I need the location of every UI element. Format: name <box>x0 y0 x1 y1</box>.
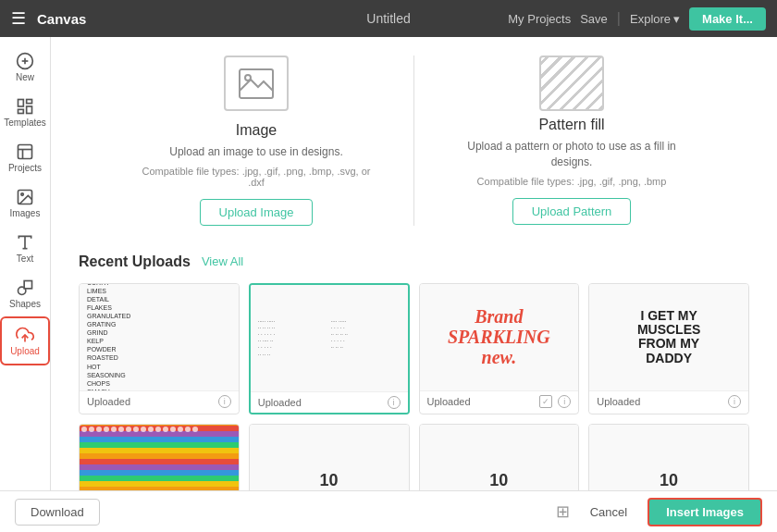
upload-icons-3: ✓ i <box>539 395 571 408</box>
upload-label-1: Uploaded <box>87 396 130 407</box>
svg-rect-17 <box>240 69 273 98</box>
upload-image-button[interactable]: Upload Image <box>200 199 314 226</box>
upload-item-8[interactable]: 10 Uploaded i <box>588 424 749 490</box>
upload-thumb-6-img: 10 <box>250 425 409 490</box>
image-icon <box>238 68 275 100</box>
image-card-title: Image <box>236 122 277 139</box>
brand-text-content: Brand SPARKLING new. <box>448 306 550 367</box>
bottom-bar: Download ⊞ Cancel Insert Images <box>0 490 777 532</box>
upload-divider <box>413 56 414 226</box>
upload-thumb-8-img: 10 <box>589 425 748 490</box>
upload-options-section: Image Upload an image to use in designs.… <box>79 56 749 226</box>
pattern-card-title: Pattern fill <box>538 117 604 133</box>
shapes-icon <box>16 278 34 297</box>
triangle-blue-content: 10 <box>313 425 346 490</box>
check-icon-3[interactable]: ✓ <box>539 395 552 408</box>
sidebar-images-label: Images <box>10 208 41 218</box>
upload-icon <box>16 326 34 344</box>
upload-footer-1: Uploaded i <box>80 390 239 412</box>
info-icon-3[interactable]: i <box>558 395 571 408</box>
svg-rect-7 <box>18 145 32 159</box>
sidebar-new-label: New <box>16 72 34 82</box>
svg-rect-6 <box>18 109 24 113</box>
image-card-icon <box>224 56 289 111</box>
info-icon-2[interactable]: i <box>388 396 401 409</box>
chevron-down-icon: ▾ <box>673 12 680 26</box>
upload-label-4: Uploaded <box>597 396 640 407</box>
sidebar-item-projects[interactable]: Projects <box>0 135 50 180</box>
templates-icon <box>16 97 34 116</box>
upload-footer-2: Uploaded i <box>251 391 408 413</box>
pattern-card-icon <box>539 56 604 111</box>
upload-pattern-button[interactable]: Upload Pattern <box>512 198 632 225</box>
upload-footer-3: Uploaded ✓ i <box>420 390 579 412</box>
filter-icon[interactable]: ⊞ <box>556 501 570 522</box>
info-icon-1[interactable]: i <box>218 395 231 408</box>
images-icon <box>16 188 34 206</box>
upload-icons-4: i <box>728 395 741 408</box>
insert-images-button[interactable]: Insert Images <box>648 498 762 526</box>
upload-icons-1: i <box>218 395 231 408</box>
upload-label-3: Uploaded <box>427 396 471 407</box>
download-button[interactable]: Download <box>15 499 100 526</box>
upload-thumb-4-img: I GET MYMUSCLESFROM MYDADDY <box>589 284 748 390</box>
dots-overlay <box>80 425 239 490</box>
svg-point-11 <box>21 193 23 196</box>
text-icon <box>16 233 34 252</box>
save-button[interactable]: Save <box>580 12 608 26</box>
svg-rect-5 <box>27 106 32 114</box>
text-pattern-content: ····· ······· ·· ·· ··· · · · · ··· ····… <box>251 311 408 365</box>
info-icon-4[interactable]: i <box>728 395 741 408</box>
sidebar-item-templates[interactable]: Templates <box>0 90 50 135</box>
header-right: My Projects Save | Explore ▾ Make It... <box>508 7 766 31</box>
recent-uploads-title: Recent Uploads <box>79 254 191 270</box>
triangle-yellow-content: 10 <box>652 425 685 490</box>
sidebar-item-upload[interactable]: Upload <box>0 316 50 365</box>
sidebar-item-shapes[interactable]: Shapes <box>0 271 50 316</box>
sidebar-item-new[interactable]: New <box>0 44 50 90</box>
triangle-pink-content: 10 <box>482 425 515 490</box>
make-it-button[interactable]: Make It... <box>689 7 766 31</box>
image-card-desc: Upload an image to use in designs. <box>169 144 342 160</box>
app-logo: Canvas <box>37 11 86 27</box>
sidebar-upload-label: Upload <box>10 346 40 356</box>
upload-item-7[interactable]: 10 Uploaded i <box>419 424 580 490</box>
upload-item-3[interactable]: Brand SPARKLING new. Uploaded ✓ i <box>419 283 580 414</box>
pattern-card-types: Compatible file types: .jpg, .gif, .png,… <box>477 176 667 187</box>
header-separator: | <box>617 10 621 27</box>
upload-item-4[interactable]: I GET MYMUSCLESFROM MYDADDY Uploaded i <box>588 283 749 414</box>
upload-item-5[interactable]: Uploaded i <box>79 424 240 490</box>
explore-button[interactable]: Explore ▾ <box>630 12 680 26</box>
main-layout: New Templates Projects Images Text Shape… <box>0 37 777 490</box>
menu-icon[interactable]: ☰ <box>11 8 26 29</box>
view-all-link[interactable]: View All <box>202 254 243 268</box>
my-projects-link[interactable]: My Projects <box>508 12 571 26</box>
upload-item-2[interactable]: ····· ······· ·· ·· ··· · · · · ··· ····… <box>249 283 410 414</box>
upload-item-6[interactable]: 10 Uploaded i <box>249 424 410 490</box>
upload-thumb-3-img: Brand SPARKLING new. <box>420 284 579 390</box>
header: ☰ Canvas Untitled My Projects Save | Exp… <box>0 0 777 37</box>
cancel-button[interactable]: Cancel <box>579 500 638 525</box>
sidebar: New Templates Projects Images Text Shape… <box>0 37 51 490</box>
upload-thumb-7-img: 10 <box>420 425 579 490</box>
document-title: Untitled <box>366 11 410 26</box>
upload-item-1[interactable]: BLENDCREAMYCURRYLIMESDETAILFLAKESGRANULA… <box>79 283 240 414</box>
upload-label-2: Uploaded <box>258 397 302 408</box>
bottom-right-actions: ⊞ Cancel Insert Images <box>556 498 762 526</box>
recent-uploads-header: Recent Uploads View All <box>79 254 749 270</box>
sidebar-item-text[interactable]: Text <box>0 226 50 271</box>
sidebar-projects-label: Projects <box>8 163 42 173</box>
sidebar-item-images[interactable]: Images <box>0 180 50 226</box>
upload-thumb-5-img <box>80 425 239 490</box>
pattern-upload-card: Pattern fill Upload a pattern or photo t… <box>451 56 692 225</box>
projects-icon <box>16 142 34 161</box>
svg-rect-3 <box>18 100 24 107</box>
sidebar-text-label: Text <box>17 254 33 264</box>
sidebar-templates-label: Templates <box>4 118 46 128</box>
sidebar-shapes-label: Shapes <box>9 299 41 309</box>
upload-icons-2: i <box>388 396 401 409</box>
text-list-content: BLENDCREAMYCURRYLIMESDETAILFLAKESGRANULA… <box>80 284 239 390</box>
muscles-text-content: I GET MYMUSCLESFROM MYDADDY <box>637 309 700 366</box>
upload-thumb-2-img: ····· ······· ·· ·· ··· · · · · ··· ····… <box>251 285 408 391</box>
uploads-grid: BLENDCREAMYCURRYLIMESDETAILFLAKESGRANULA… <box>79 283 749 490</box>
